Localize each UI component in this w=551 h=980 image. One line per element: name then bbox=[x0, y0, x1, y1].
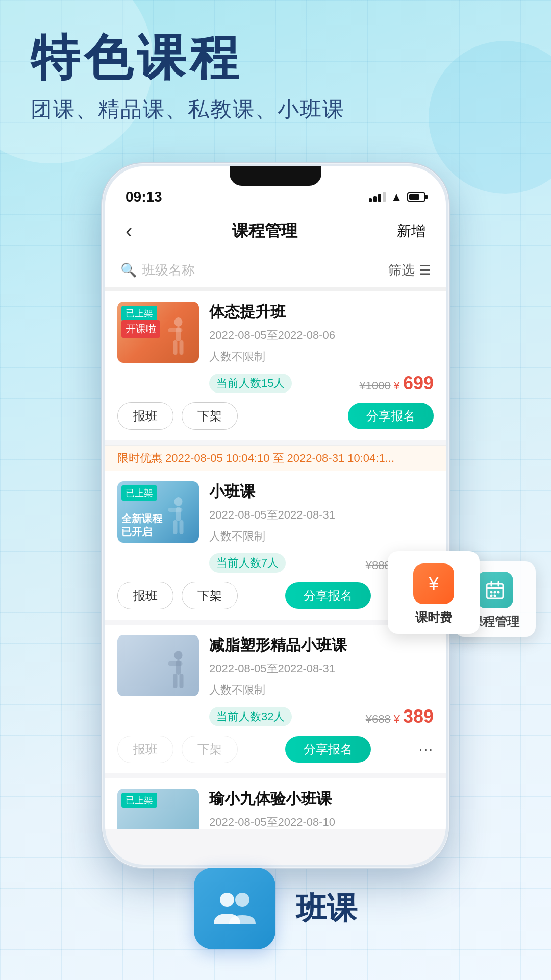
search-placeholder: 班级名称 bbox=[142, 261, 195, 279]
people-icon bbox=[212, 886, 258, 932]
svg-rect-14 bbox=[180, 674, 184, 688]
course-card-3: 减脂塑形精品小班课 2022-08-05至2022-08-31 人数不限制 当前… bbox=[105, 625, 446, 773]
shelf-badge-4: 已上架 bbox=[121, 793, 157, 808]
share-button-2[interactable]: 分享报名 bbox=[285, 582, 371, 609]
search-input-wrap[interactable]: 🔍 班级名称 bbox=[120, 261, 195, 279]
shelf-button-2[interactable]: 下架 bbox=[182, 582, 238, 609]
banke-app-icon[interactable] bbox=[194, 868, 276, 949]
limit-2: 人数不限制 bbox=[209, 529, 265, 544]
phone-frame: 09:13 ▲ ‹ 课程管理 新增 bbox=[102, 163, 449, 868]
svg-point-20 bbox=[494, 591, 496, 594]
course-date-2: 2022-08-05至2022-08-31 bbox=[209, 507, 434, 523]
svg-point-19 bbox=[490, 591, 493, 594]
nav-add-button[interactable]: 新增 bbox=[397, 222, 425, 241]
course-name-1: 体态提升班 bbox=[209, 302, 434, 323]
register-button-3[interactable]: 报班 bbox=[117, 736, 173, 763]
svg-rect-4 bbox=[180, 340, 184, 355]
course-image-4: 已上架 bbox=[117, 789, 199, 829]
course-card-4: 已上架 瑜小九体验小班课 2022-08-05至2022-08-10 bbox=[105, 778, 446, 829]
status-time: 09:13 bbox=[126, 189, 162, 205]
course-date-1: 2022-08-05至2022-08-06 bbox=[209, 328, 434, 343]
price-area-3: ¥688 ¥ 389 bbox=[366, 706, 434, 727]
price-original-2: ¥888 bbox=[366, 559, 391, 572]
limit-1: 人数不限制 bbox=[209, 349, 265, 364]
course-date-3: 2022-08-05至2022-08-31 bbox=[209, 661, 434, 676]
course-date-4: 2022-08-05至2022-08-10 bbox=[209, 815, 434, 829]
popup-fee-card[interactable]: ¥ 课时费 bbox=[388, 551, 480, 634]
svg-rect-12 bbox=[168, 662, 183, 666]
svg-rect-7 bbox=[168, 508, 183, 512]
shelf-button-3[interactable]: 下架 bbox=[182, 736, 238, 763]
search-icon: 🔍 bbox=[120, 262, 137, 278]
course-meta-2: 人数不限制 bbox=[209, 529, 434, 548]
svg-rect-9 bbox=[180, 520, 184, 534]
wifi-icon: ▲ bbox=[391, 190, 402, 204]
svg-point-22 bbox=[490, 595, 493, 597]
price-current-1: 699 bbox=[403, 373, 434, 394]
filter-icon: ☰ bbox=[419, 262, 431, 278]
course-name-4: 瑜小九体验小班课 bbox=[209, 789, 434, 810]
shelf-badge-2: 已上架 bbox=[121, 485, 157, 501]
price-symbol-3: ¥ bbox=[394, 713, 400, 726]
price-original-1: ¥1000 bbox=[359, 379, 390, 393]
figure-svg-3 bbox=[162, 650, 195, 696]
svg-point-0 bbox=[174, 317, 183, 327]
svg-point-21 bbox=[497, 591, 500, 594]
img-overlay-2: 全新课程已开启 bbox=[121, 512, 162, 538]
price-symbol-1: ¥ bbox=[394, 379, 400, 393]
register-button-1[interactable]: 报班 bbox=[117, 402, 173, 430]
card-footer-3: 报班 下架 分享报名 ··· bbox=[117, 736, 434, 763]
course-card-1: 已上架 开课啦 bbox=[105, 291, 446, 440]
popup-fee-label: 课时费 bbox=[396, 609, 471, 626]
course-name-3: 减脂塑形精品小班课 bbox=[209, 635, 434, 656]
calendar-icon bbox=[485, 580, 505, 600]
popup-mgmt-icon bbox=[477, 572, 513, 608]
share-button-1[interactable]: 分享报名 bbox=[348, 403, 434, 429]
figure-svg-2 bbox=[162, 497, 195, 543]
search-filter-button[interactable]: 筛选 ☰ bbox=[388, 261, 431, 279]
course-info-4: 瑜小九体验小班课 2022-08-05至2022-08-10 bbox=[209, 789, 434, 829]
phone-inner: 09:13 ▲ ‹ 课程管理 新增 bbox=[105, 166, 446, 865]
limit-3: 人数不限制 bbox=[209, 682, 265, 698]
course-card-2-top: 已上架 全新课程已开启 bbox=[117, 481, 434, 574]
header-title: 特色课程 bbox=[31, 31, 520, 85]
course-image-2: 已上架 全新课程已开启 bbox=[117, 481, 199, 543]
more-button-3[interactable]: ··· bbox=[419, 741, 434, 757]
svg-point-23 bbox=[494, 595, 496, 597]
people-badge-1: 当前人数15人 bbox=[209, 374, 292, 393]
course-info-3: 减脂塑形精品小班课 2022-08-05至2022-08-31 人数不限制 当前… bbox=[209, 635, 434, 727]
svg-rect-3 bbox=[173, 340, 178, 355]
svg-point-5 bbox=[174, 497, 183, 506]
nav-bar: ‹ 课程管理 新增 bbox=[105, 209, 446, 253]
banke-label: 班课 bbox=[296, 888, 357, 929]
people-badge-2: 当前人数7人 bbox=[209, 553, 286, 573]
phone-container: 09:13 ▲ ‹ 课程管理 新增 bbox=[102, 163, 449, 868]
svg-rect-13 bbox=[173, 674, 178, 688]
battery-icon bbox=[407, 192, 425, 202]
search-area: 🔍 班级名称 筛选 ☰ bbox=[105, 253, 446, 291]
register-button-2[interactable]: 报班 bbox=[117, 582, 173, 609]
card-footer-1: 报班 下架 分享报名 bbox=[117, 402, 434, 430]
course-meta-3b: 当前人数32人 ¥688 ¥ 389 bbox=[209, 706, 434, 727]
share-button-3[interactable]: 分享报名 bbox=[285, 736, 371, 763]
course-meta-1: 人数不限制 bbox=[209, 349, 434, 369]
shelf-button-1[interactable]: 下架 bbox=[182, 402, 238, 430]
price-current-3: 389 bbox=[403, 706, 434, 727]
price-area-1: ¥1000 ¥ 699 bbox=[359, 373, 434, 394]
header-subtitle: 团课、精品课、私教课、小班课 bbox=[31, 95, 520, 124]
course-info-1: 体态提升班 2022-08-05至2022-08-06 人数不限制 当前人数15… bbox=[209, 302, 434, 394]
svg-rect-2 bbox=[168, 328, 183, 332]
yen-icon: ¥ bbox=[429, 573, 439, 595]
course-image-3 bbox=[117, 635, 199, 696]
course-image-1: 已上架 开课啦 bbox=[117, 302, 199, 363]
svg-point-10 bbox=[174, 651, 183, 660]
svg-point-24 bbox=[220, 893, 234, 907]
svg-point-25 bbox=[235, 893, 249, 907]
people-badge-3: 当前人数32人 bbox=[209, 707, 292, 726]
nav-back-button[interactable]: ‹ bbox=[126, 219, 132, 242]
svg-rect-8 bbox=[173, 520, 178, 534]
phone-notch bbox=[230, 166, 321, 186]
course-card-1-top: 已上架 开课啦 bbox=[117, 302, 434, 394]
nav-title: 课程管理 bbox=[232, 220, 297, 242]
bottom-area: 班课 bbox=[0, 868, 551, 949]
